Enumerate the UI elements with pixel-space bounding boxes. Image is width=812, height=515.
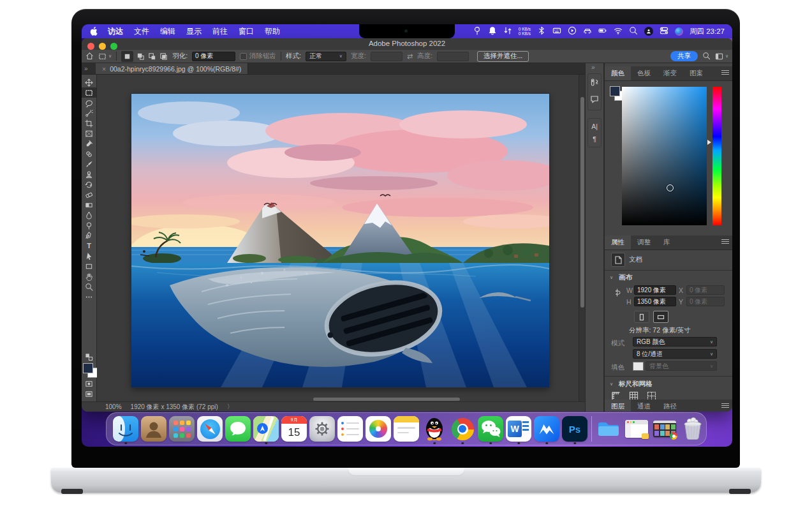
character-panel-icon[interactable]: A| xyxy=(591,123,598,130)
layers-panel-menu-icon[interactable] xyxy=(721,403,729,409)
document-canvas[interactable] xyxy=(131,94,549,387)
tab-close-icon[interactable]: × xyxy=(102,65,106,73)
anti-alias-checkbox[interactable] xyxy=(240,53,247,60)
menu-item-file[interactable]: 文件 xyxy=(134,26,149,37)
paragraph-panel-icon[interactable]: ¶ xyxy=(593,135,596,143)
selection-intersect-button[interactable] xyxy=(159,52,168,61)
tab-overflow-icon[interactable]: » xyxy=(84,65,88,72)
width-value-input[interactable]: 1920 像素 xyxy=(634,285,676,295)
rectangle-tool[interactable] xyxy=(82,261,96,271)
tab-swatches[interactable]: 色板 xyxy=(631,66,657,80)
rectangular-marquee-tool[interactable] xyxy=(82,87,96,98)
x-value-input[interactable]: 0 像素 xyxy=(686,285,725,295)
menu-item-edit[interactable]: 编辑 xyxy=(160,26,175,37)
pen-tool[interactable] xyxy=(82,230,96,241)
dock-item-launchpad[interactable] xyxy=(168,413,196,445)
portrait-orientation-button[interactable] xyxy=(634,311,649,323)
link-dimensions-icon[interactable] xyxy=(612,288,622,300)
dock-item-photoshop[interactable]: Ps xyxy=(561,413,589,445)
keyboard-icon[interactable] xyxy=(552,26,561,37)
move-tool[interactable] xyxy=(82,77,96,87)
notification-bell-icon[interactable] xyxy=(488,26,497,37)
tab-gradients[interactable]: 渐变 xyxy=(657,66,683,80)
dock-item-chrome[interactable] xyxy=(448,413,476,445)
pin-icon[interactable] xyxy=(473,26,482,37)
zoom-tool[interactable] xyxy=(82,281,96,292)
hand-tool[interactable] xyxy=(82,271,96,281)
search-icon[interactable] xyxy=(629,26,638,37)
tool-preset-caret[interactable]: ∨ xyxy=(108,54,112,59)
play-icon[interactable] xyxy=(568,26,577,37)
tab-libraries[interactable]: 库 xyxy=(657,235,677,250)
foreground-swatch[interactable] xyxy=(610,86,620,96)
window-titlebar[interactable]: Adobe Photoshop 2022 xyxy=(82,38,732,50)
workspace-switcher[interactable]: ∨ xyxy=(715,52,728,61)
blur-tool[interactable] xyxy=(82,210,96,220)
zoom-level[interactable]: 100% xyxy=(105,403,122,410)
eraser-tool[interactable] xyxy=(82,190,96,200)
quick-mask-icon[interactable] xyxy=(82,378,96,389)
network-speed[interactable]: 0 KB/s 0 KB/s xyxy=(519,27,531,36)
screen-mode-icon[interactable] xyxy=(82,389,96,399)
tab-patterns[interactable]: 图案 xyxy=(683,66,709,80)
mode-dropdown[interactable]: RGB 颜色 ∨ xyxy=(633,337,717,347)
frame-tool[interactable] xyxy=(82,128,96,138)
dock-item-word[interactable]: W xyxy=(505,413,533,445)
dock-item-qq[interactable] xyxy=(420,413,448,445)
eyedropper-tool[interactable] xyxy=(82,138,96,149)
hue-slider[interactable] xyxy=(712,87,721,225)
arrows-icon[interactable] xyxy=(503,26,512,37)
crop-tool[interactable] xyxy=(82,118,96,128)
dock-item-maps[interactable] xyxy=(252,413,280,445)
dock-item-wechat[interactable] xyxy=(476,413,505,445)
selection-add-button[interactable] xyxy=(137,52,145,61)
hue-slider-handle[interactable] xyxy=(707,140,711,145)
height-input[interactable] xyxy=(437,52,469,61)
fill-dropdown[interactable]: 背景色 ∨ xyxy=(646,361,717,371)
collapse-panels-icon[interactable]: » xyxy=(591,64,595,71)
toggles-icon[interactable] xyxy=(660,26,668,37)
select-and-mask-button[interactable]: 选择并遮住... xyxy=(477,51,529,62)
siri-icon[interactable] xyxy=(675,27,683,36)
tab-adjustments[interactable]: 调整 xyxy=(631,235,657,250)
dock-item-notes[interactable] xyxy=(392,413,420,445)
canvas-section-caret[interactable]: ∨ xyxy=(610,275,613,280)
edit-toolbar-icon[interactable] xyxy=(82,292,96,302)
properties-panel-menu-icon[interactable] xyxy=(721,239,729,245)
clone-stamp-tool[interactable] xyxy=(82,169,96,179)
dock-item-calendar[interactable]: 9月 15 xyxy=(280,413,308,445)
horizontal-scrollbar-thumb[interactable] xyxy=(313,398,460,401)
menu-item-view[interactable]: 显示 xyxy=(186,26,202,37)
rulers-section-caret[interactable]: ∨ xyxy=(610,382,613,387)
dock-item-safari[interactable] xyxy=(196,413,224,445)
vertical-scrollbar-thumb[interactable] xyxy=(580,97,584,308)
type-tool[interactable]: T xyxy=(82,241,96,251)
anti-alias-control[interactable]: 消除锯齿 xyxy=(240,52,276,61)
carplay-icon[interactable] xyxy=(583,26,592,37)
tab-paths[interactable]: 路径 xyxy=(657,399,683,412)
lasso-tool[interactable] xyxy=(82,98,96,108)
dock-item-reminders[interactable] xyxy=(336,413,364,445)
menu-item-help[interactable]: 帮助 xyxy=(265,26,280,37)
width-input[interactable] xyxy=(371,52,402,61)
dock-item-downloads-folder[interactable] xyxy=(594,413,623,445)
color-swatches[interactable] xyxy=(83,363,96,377)
battery-icon[interactable] xyxy=(598,26,607,37)
brush-tool[interactable] xyxy=(82,159,96,169)
options-search-icon[interactable] xyxy=(702,52,711,61)
selection-new-button[interactable] xyxy=(121,51,133,62)
selection-subtract-button[interactable] xyxy=(148,52,156,61)
dock-item-contacts[interactable] xyxy=(140,413,168,445)
dock-item-messages[interactable] xyxy=(224,413,252,445)
document-tab[interactable]: × 00a2-hpinryc8929966.jpg @ 100%(RGB/8#) xyxy=(96,63,248,74)
path-selection-tool[interactable] xyxy=(82,251,96,261)
document-info[interactable]: 1920 像素 x 1350 像素 (72 ppi) xyxy=(131,403,218,412)
menu-bar-clock[interactable]: 周四 23:27 xyxy=(690,27,725,36)
landscape-orientation-button[interactable] xyxy=(653,311,668,323)
bluetooth-icon[interactable] xyxy=(537,26,546,37)
swap-colors-icon[interactable] xyxy=(82,352,96,362)
tab-properties[interactable]: 属性 xyxy=(605,235,631,250)
dock-item-system-settings[interactable] xyxy=(308,413,336,445)
dock-item-browser-window[interactable] xyxy=(651,413,679,445)
feather-input[interactable]: 0 像素 xyxy=(192,52,235,61)
